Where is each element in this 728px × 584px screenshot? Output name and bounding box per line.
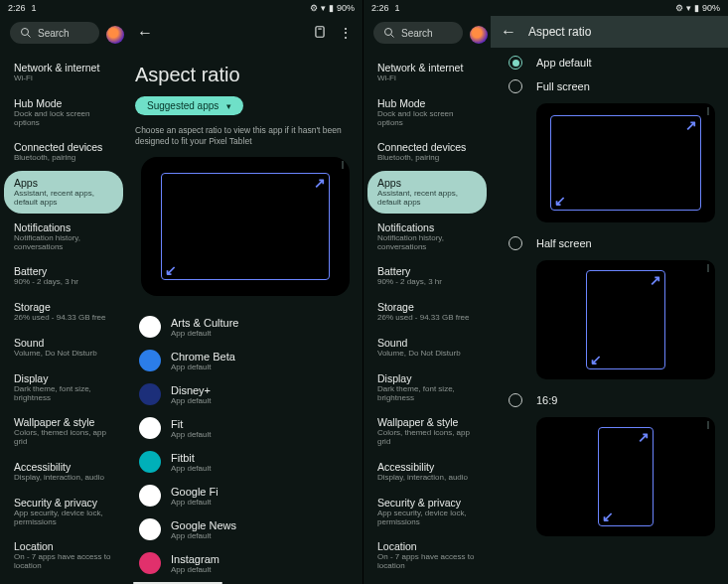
sidebar-item-title: Accessibility [14, 461, 115, 473]
app-sub: App default [171, 531, 236, 540]
sidebar-item-title: Wallpaper & style [377, 416, 479, 428]
sidebar-item-title: Security & privacy [377, 497, 479, 509]
sidebar-item[interactable]: AccessibilityDisplay, interaction, audio [4, 455, 123, 489]
sidebar-item-sub: Volume, Do Not Disturb [14, 350, 115, 359]
radio-option[interactable]: Half screen [509, 236, 710, 250]
sidebar-item[interactable]: Connected devicesBluetooth, pairing [367, 135, 487, 169]
app-icon [139, 316, 161, 338]
radio-label: App default [536, 57, 592, 69]
status-time: 2:26 [8, 3, 26, 13]
sidebar-item-title: Battery [14, 265, 115, 277]
card-icon[interactable] [313, 25, 327, 41]
sidebar-item-sub: Wi-Fi [14, 74, 115, 83]
sidebar-item[interactable]: SoundVolume, Do Not Disturb [4, 331, 123, 365]
status-time: 2:26 [371, 3, 389, 13]
radio-label: Half screen [536, 237, 592, 249]
radio-option[interactable]: App default [509, 56, 710, 70]
sidebar-item-sub: Display, interaction, audio [14, 474, 115, 483]
options-header: ← Aspect ratio [491, 16, 728, 48]
suggested-apps-chip[interactable]: Suggested apps ▾ [135, 96, 243, 115]
more-icon[interactable]: ⋮ [339, 25, 353, 41]
sidebar-item-sub: Assistant, recent apps, default apps [377, 190, 479, 208]
app-row[interactable]: FitApp default [135, 411, 355, 445]
app-icon [139, 451, 161, 473]
sidebar-item-title: Connected devices [14, 141, 115, 153]
sidebar-item-sub: App security, device lock, permissions [14, 510, 115, 527]
app-row[interactable]: Google FiApp default [135, 479, 355, 512]
sidebar-item[interactable]: Connected devicesBluetooth, pairing [4, 135, 123, 169]
status-bar: 2:26 1 ⚙ ▾ ▮ 90% [0, 0, 363, 16]
preview-full: ↗↙ [536, 103, 715, 222]
radio-option[interactable]: 16:9 [509, 393, 710, 407]
sidebar-item[interactable]: Passwords & accountsSaved passwords, aut… [367, 579, 487, 584]
avatar[interactable] [106, 26, 124, 44]
sidebar-item[interactable]: Storage26% used - 94.33 GB free [367, 295, 487, 329]
sidebar-item[interactable]: Network & internetWi-Fi [4, 56, 123, 89]
sidebar-item[interactable]: LocationOn - 7 apps have access to locat… [4, 534, 123, 577]
settings-sidebar: Search Network & internetWi-FiHub ModeDo… [0, 16, 127, 584]
app-icon [139, 552, 161, 574]
radio-option[interactable]: Full screen [509, 79, 710, 93]
sidebar-item[interactable]: Battery90% - 2 days, 3 hr [367, 259, 487, 293]
app-icon [139, 518, 161, 540]
app-row[interactable]: Chrome BetaApp default [135, 344, 355, 377]
sidebar-item[interactable]: DisplayDark theme, font size, brightness [4, 366, 123, 409]
chip-label: Suggested apps [147, 100, 218, 111]
sidebar-item[interactable]: SoundVolume, Do Not Disturb [367, 331, 487, 365]
app-row[interactable]: Disney+App default [135, 377, 355, 411]
battery-icon: ▮ [329, 3, 334, 13]
app-row[interactable]: InstagramApp default [135, 546, 355, 580]
settings-icon: ⚙ [310, 3, 318, 13]
svg-point-4 [385, 29, 392, 36]
app-row[interactable]: Google NewsApp default [135, 512, 355, 546]
back-icon[interactable]: ← [501, 23, 516, 41]
sidebar-item[interactable]: Storage26% used - 94.33 GB free [4, 295, 123, 329]
search-input[interactable]: Search [10, 22, 99, 44]
app-icon [139, 417, 161, 439]
app-sub: App default [171, 464, 211, 473]
search-input[interactable]: Search [373, 22, 463, 44]
sidebar-item-sub: Notification history, conversations [377, 234, 479, 252]
sidebar-item[interactable]: Security & privacyApp security, device l… [367, 491, 487, 533]
sidebar-item-sub: Volume, Do Not Disturb [377, 350, 479, 359]
arrow-sw-icon: ↙ [165, 262, 177, 278]
chevron-down-icon: ▾ [226, 101, 231, 111]
sidebar-item[interactable]: AppsAssistant, recent apps, default apps [4, 171, 123, 214]
sidebar-item[interactable]: Network & internetWi-Fi [367, 56, 487, 89]
app-name: Arts & Culture [171, 317, 238, 329]
sidebar-item[interactable]: Wallpaper & styleColors, themed icons, a… [4, 410, 123, 453]
sidebar-item[interactable]: AppsAssistant, recent apps, default apps [367, 171, 487, 214]
sidebar-item-title: Apps [377, 177, 479, 189]
sidebar-item-sub: Dock and lock screen options [14, 110, 115, 128]
radio-icon [509, 56, 522, 70]
sidebar-item-sub: Wi-Fi [377, 74, 479, 83]
arrow-ne-icon: ↗ [314, 175, 326, 191]
sidebar-item-title: Security & privacy [14, 497, 115, 509]
battery-pct: 90% [702, 3, 720, 13]
sidebar-item[interactable]: Battery90% - 2 days, 3 hr [4, 259, 123, 293]
sidebar-item-sub: Colors, themed icons, app grid [377, 429, 479, 447]
sidebar-item[interactable]: Security & privacyApp security, device l… [4, 491, 123, 533]
sidebar-item[interactable]: Wallpaper & styleColors, themed icons, a… [367, 410, 487, 453]
sidebar-item[interactable]: NotificationsNotification history, conve… [367, 216, 487, 258]
app-row[interactable]: FitbitApp default [135, 445, 355, 479]
svg-point-0 [22, 29, 29, 36]
sidebar-item-title: Location [377, 540, 479, 552]
sidebar-item-sub: Dark theme, font size, brightness [377, 385, 479, 403]
sidebar-item[interactable]: Hub ModeDock and lock screen options [4, 91, 123, 134]
app-icon [139, 485, 161, 507]
status-notif: 1 [32, 3, 37, 13]
back-icon[interactable]: ← [137, 24, 153, 42]
sidebar-item[interactable]: DisplayDark theme, font size, brightness [367, 366, 487, 409]
sidebar-item[interactable]: AccessibilityDisplay, interaction, audio [367, 455, 487, 489]
avatar[interactable] [470, 26, 488, 44]
sidebar-item-title: Storage [14, 301, 115, 313]
sidebar-item-sub: App security, device lock, permissions [377, 510, 479, 527]
status-notif: 1 [395, 3, 400, 13]
arrow-ne-icon: ↗ [685, 117, 697, 133]
sidebar-item[interactable]: NotificationsNotification history, conve… [4, 216, 123, 258]
sidebar-item[interactable]: Hub ModeDock and lock screen options [367, 91, 487, 134]
radio-icon [509, 393, 522, 407]
sidebar-item[interactable]: LocationOn - 7 apps have access to locat… [367, 534, 487, 577]
app-row[interactable]: Arts & CultureApp default [135, 310, 355, 344]
